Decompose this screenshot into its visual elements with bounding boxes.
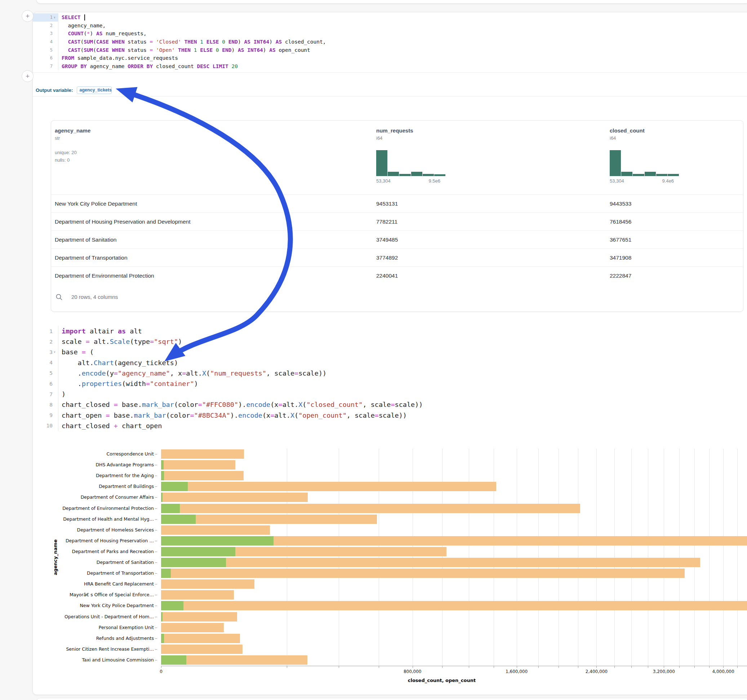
text-cursor (84, 14, 85, 21)
code-token: CAST (68, 39, 80, 45)
bar-closed-count (161, 644, 242, 654)
add-cell-button-top[interactable]: + (22, 10, 33, 22)
code-token: ELSE (200, 47, 213, 53)
table-row[interactable]: Department of Housing Preservation and D… (51, 213, 743, 231)
code-token: alt (126, 327, 142, 335)
x-tick-label: 2,400,000 (585, 669, 608, 674)
code-token: 1 (200, 39, 203, 45)
bar-closed-count (161, 623, 224, 632)
notebook-cell: 1∨SELECT 2 agency_name,3 COUNT(*) AS num… (32, 12, 747, 695)
line-number: 1 (49, 328, 54, 334)
code-line[interactable]: 6FROM sample_data.nyc.service_requests (33, 54, 747, 62)
code-token (62, 39, 68, 45)
x-tick-label: 3,200,000 (653, 669, 675, 674)
table-row[interactable]: Department of Environmental Protection22… (51, 267, 743, 284)
code-line[interactable]: 10chart_closed + chart_open (33, 421, 747, 431)
output-variable-pill[interactable]: agency_tickets (77, 86, 112, 94)
code-token: ( (302, 401, 306, 408)
x-tick (287, 666, 287, 668)
code-line[interactable]: 3∨base = ( (33, 347, 747, 357)
code-line[interactable]: 7GROUP BY agency_name ORDER BY closed_co… (33, 62, 747, 71)
y-tick-label: Department of Consumer Affairs (51, 492, 154, 503)
code-line[interactable]: 1import altair as alt (33, 326, 747, 336)
bar-closed-count (161, 504, 580, 513)
table-cell: Department of Sanitation (55, 231, 116, 249)
histogram-bar (645, 172, 656, 176)
code-token: ) (178, 338, 182, 345)
y-tick (155, 465, 157, 465)
table-row[interactable]: Department of Transportation377489234719… (51, 249, 743, 267)
code-token: (agency_tickets) (114, 359, 178, 367)
code-text: GROUP BY agency_name ORDER BY closed_cou… (58, 63, 238, 69)
code-line[interactable]: 9chart_open = base.mark_bar(color="#8BC3… (33, 410, 747, 421)
code-line[interactable]: 4 alt.Chart(agency_tickets) (33, 358, 747, 368)
code-token (197, 47, 200, 53)
code-token: ( (206, 370, 210, 377)
code-text: CAST(SUM(CASE WHEN status = 'Open' THEN … (58, 47, 310, 53)
code-line[interactable]: 5 CAST(SUM(CASE WHEN status = 'Open' THE… (33, 46, 747, 54)
code-token: num_requests, (103, 31, 147, 36)
table-row[interactable]: New York City Police Department945313194… (51, 195, 743, 213)
code-line[interactable]: 4 CAST(SUM(CASE WHEN status = 'Closed' T… (33, 38, 747, 46)
code-line[interactable]: 3 COUNT(*) AS num_requests, (33, 30, 747, 38)
output-variable-row: Output variable: agency_tickets (33, 84, 747, 96)
line-number-gutter: 1∨ (33, 13, 58, 22)
column-name: closed_count (610, 127, 645, 134)
code-line[interactable]: 6 .properties(width="container") (33, 379, 747, 389)
x-tick (413, 666, 413, 668)
code-token (181, 39, 184, 45)
code-token: AS (269, 47, 275, 53)
table-cell: Department of Housing Preservation and D… (55, 213, 191, 231)
code-token: Chart (94, 359, 114, 367)
line-number: 2 (50, 23, 54, 28)
code-token: ) (62, 390, 66, 398)
code-token: alt. (90, 338, 110, 345)
line-number-gutter: 7 (33, 389, 58, 399)
code-token: = (114, 370, 118, 377)
y-tick (155, 530, 157, 530)
code-text: alt.Chart(agency_tickets) (58, 359, 178, 367)
code-line[interactable]: 2 agency_name, (33, 22, 747, 30)
code-line[interactable]: 7) (33, 389, 747, 399)
y-tick-label: Department of Buildings (51, 481, 154, 492)
code-line[interactable]: 5 .encode(y="agency_name", x=alt.X("num_… (33, 368, 747, 379)
code-token: AS (244, 39, 250, 45)
code-token: (width (122, 380, 146, 388)
code-line[interactable]: 1∨SELECT (33, 13, 747, 22)
line-number-gutter: 7 (33, 62, 58, 71)
add-cell-button-output[interactable]: + (22, 70, 33, 82)
code-token: 'Closed' (156, 39, 181, 45)
line-number-gutter: 6 (33, 54, 58, 62)
table-cell: 9443533 (610, 195, 631, 213)
code-line[interactable]: 2scale = alt.Scale(type="sqrt") (33, 336, 747, 347)
table-cell: 3677651 (610, 231, 631, 249)
code-token: ( (86, 348, 94, 356)
code-token: status (125, 39, 150, 45)
code-token: SUM (83, 39, 93, 45)
code-token: INT64 (254, 39, 269, 45)
y-tick (155, 497, 157, 498)
python-editor[interactable]: 1import altair as alt2scale = alt.Scale(… (33, 326, 747, 431)
sql-editor[interactable]: 1∨SELECT 2 agency_name,3 COUNT(*) AS num… (33, 13, 747, 70)
y-tick-label: Refunds and Adjustments (51, 633, 154, 644)
code-line[interactable]: 8chart_closed = base.mark_bar(color="#FF… (33, 399, 747, 410)
code-token: closed_count, (282, 39, 326, 45)
chart-row: Department of Consumer Affairs (51, 492, 747, 503)
chart-row: Department of Housing Preservation … (51, 536, 747, 546)
code-token (153, 47, 156, 53)
chart-row: Personal Exemption Unit (51, 622, 747, 633)
line-number: 6 (49, 381, 54, 387)
code-token: chart_open (62, 412, 106, 419)
y-tick-label: New York City Police Department (51, 600, 154, 611)
bar-closed-count (161, 612, 237, 622)
chart-row: Taxi and Limousine Commission (51, 655, 747, 665)
column-name: num_requests (376, 127, 413, 134)
table-cell: Department of Transportation (55, 249, 127, 267)
table-row[interactable]: Department of Sanitation37494853677651 (51, 231, 743, 249)
table-shape-text: 20 rows, 4 columns (71, 294, 118, 300)
next-cell-top (36, 698, 747, 700)
code-token: = (190, 412, 194, 419)
x-axis-line (161, 666, 747, 666)
code-token: , scale (266, 370, 295, 377)
search-icon[interactable] (56, 293, 63, 301)
